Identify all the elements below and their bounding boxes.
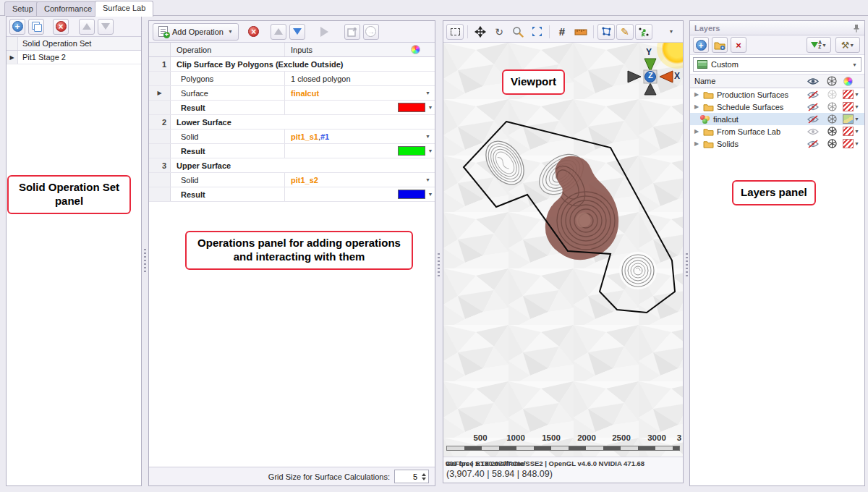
wireframe-toggle[interactable] — [822, 90, 841, 99]
zoom-extents-button[interactable] — [528, 24, 545, 40]
operation-group-row[interactable]: 1 Clip Surface By Polygons (Exclude Outs… — [149, 57, 435, 72]
orbit-tool-button[interactable]: ↻ — [490, 24, 508, 40]
delete-set-button[interactable]: × — [53, 19, 69, 35]
layer-color-swatch[interactable] — [841, 114, 854, 124]
dropdown-icon[interactable]: ▼ — [854, 104, 864, 109]
dropdown-icon[interactable]: ▼ — [428, 148, 433, 153]
layer-color-swatch[interactable] — [841, 90, 854, 99]
pin-icon[interactable] — [853, 24, 860, 33]
dropdown-icon[interactable]: ▼ — [428, 192, 433, 197]
result-row-lower[interactable]: Result ▼ — [149, 144, 435, 158]
pan-icon — [475, 26, 486, 38]
run-operations-button[interactable] — [317, 24, 333, 40]
layer-row-schedule-surfaces[interactable]: ▶ Schedule Surfaces ▼ — [690, 101, 864, 113]
layer-color-swatch[interactable] — [841, 127, 854, 136]
expander-icon[interactable]: ▶ — [693, 128, 700, 135]
grid-size-input[interactable] — [395, 472, 420, 481]
result-row-upper[interactable]: Result ▼ — [149, 187, 435, 202]
param-row-solid2[interactable]: Solid pit1_s2 ▼ — [149, 173, 435, 187]
current-row-icon: ▶ — [7, 51, 18, 64]
tab-conformance[interactable]: Conformance — [36, 1, 100, 16]
layer-row-production-surfaces[interactable]: ▶ Production Surfaces ▼ — [690, 88, 864, 101]
save-icon — [347, 27, 357, 37]
pan-tool-button[interactable] — [472, 24, 489, 40]
edit-tool-button[interactable]: ✎ — [616, 24, 634, 40]
delete-layer-button[interactable]: × — [731, 37, 746, 53]
expander-icon[interactable]: ▶ — [693, 103, 700, 110]
spin-up-icon[interactable] — [422, 473, 426, 476]
annotation-layers-panel: Layers panel — [732, 180, 816, 205]
add-icon: + — [696, 40, 707, 51]
splitter-middle[interactable] — [436, 20, 441, 491]
layer-preset-combo[interactable]: Custom ▼ — [693, 57, 861, 72]
dropdown-icon[interactable]: ▼ — [425, 90, 430, 96]
tab-surface-lab[interactable]: Surface Lab — [95, 1, 153, 17]
result-color-swatch[interactable] — [398, 190, 425, 199]
visibility-toggle[interactable] — [804, 90, 822, 99]
expander-icon[interactable]: ▶ — [693, 91, 700, 98]
zoom-tool-button[interactable] — [509, 24, 527, 40]
result-row-clip[interactable]: Result ▼ — [149, 101, 435, 115]
result-color-swatch[interactable] — [398, 146, 425, 156]
duplicate-set-button[interactable] — [28, 19, 44, 35]
grid-toggle-button[interactable]: # — [553, 24, 571, 40]
move-set-down-button[interactable] — [98, 19, 114, 35]
apply-button[interactable]: → — [363, 24, 379, 40]
draw-polygon-button[interactable] — [597, 24, 615, 40]
visibility-toggle[interactable] — [804, 115, 822, 124]
operations-table: Operation Inputs 1 Clip Surface By Polyg… — [149, 43, 435, 202]
layers-title: Layers — [694, 24, 720, 33]
color-column-icon — [841, 77, 854, 86]
dropdown-icon[interactable]: ▼ — [425, 177, 430, 182]
move-set-up-button[interactable] — [79, 19, 95, 35]
wireframe-toggle[interactable] — [822, 139, 841, 148]
layer-row-solids[interactable]: ▶ Solids ▼ — [690, 137, 864, 150]
viewport-canvas[interactable]: Y Z X 500 1000 1500 2000 2500 3000 3 — [443, 43, 683, 457]
visibility-toggle[interactable] — [804, 103, 822, 111]
splitter-right[interactable] — [684, 20, 689, 491]
dropdown-icon[interactable]: ▼ — [854, 141, 864, 146]
solid-set-row[interactable]: ▶ Pit1 Stage 2 — [7, 51, 141, 64]
scale-bar: 500 1000 1500 2000 2500 3000 3 — [446, 433, 680, 452]
add-layer-button[interactable]: + — [693, 37, 709, 53]
dropdown-icon[interactable]: ▼ — [854, 129, 864, 134]
dropdown-icon[interactable]: ▼ — [425, 134, 430, 139]
folder-plus-icon — [714, 41, 726, 50]
toolbar-overflow-button[interactable]: ▼ — [663, 24, 680, 40]
param-row-polygons[interactable]: Polygons 1 closed polygon — [149, 72, 435, 86]
layer-row-finalcut[interactable]: finalcut ▼ — [690, 113, 864, 125]
sort-layers-button[interactable]: AZ ▼ — [807, 37, 831, 53]
dropdown-icon[interactable]: ▼ — [428, 105, 433, 110]
visibility-toggle[interactable] — [804, 140, 822, 148]
save-results-button[interactable] — [344, 24, 360, 40]
dropdown-icon[interactable]: ▼ — [854, 116, 864, 122]
layer-tools-button[interactable]: ⚒ ▼ — [835, 37, 860, 53]
splitter-left[interactable] — [142, 16, 148, 486]
ruler-tool-button[interactable] — [572, 24, 590, 40]
wireframe-toggle[interactable] — [822, 114, 841, 124]
measure-tool-button[interactable] — [635, 24, 652, 40]
operation-group-row[interactable]: 2 Lower Surface — [149, 115, 435, 130]
wireframe-toggle[interactable] — [822, 102, 841, 111]
layer-color-swatch[interactable] — [841, 102, 854, 111]
select-tool-button[interactable] — [446, 24, 464, 40]
expander-icon[interactable]: ▶ — [693, 140, 700, 147]
visibility-toggle[interactable] — [804, 127, 822, 136]
delete-operation-button[interactable]: × — [246, 24, 262, 40]
dropdown-icon[interactable]: ▼ — [854, 92, 864, 97]
add-operation-button[interactable]: + Add Operation ▼ — [153, 23, 239, 41]
layer-color-swatch[interactable] — [841, 139, 854, 148]
wireframe-toggle[interactable] — [822, 127, 841, 136]
move-operation-up-button[interactable] — [271, 24, 286, 40]
result-color-swatch[interactable] — [398, 103, 425, 112]
axis-widget[interactable]: Y Z X — [624, 50, 677, 103]
param-row-surface[interactable]: ▶ Surface finalcut ▼ — [149, 86, 435, 101]
new-folder-button[interactable] — [712, 37, 728, 53]
annotation-operations-panel: Operations panel for adding operations a… — [185, 231, 413, 270]
spin-down-icon[interactable] — [422, 478, 426, 480]
add-set-button[interactable]: + — [9, 19, 25, 35]
operation-group-row[interactable]: 3 Upper Surface — [149, 158, 435, 173]
layer-row-from-surface-lab[interactable]: ▶ From Surface Lab ▼ — [690, 125, 864, 137]
move-operation-down-button[interactable] — [289, 24, 305, 40]
param-row-solid1[interactable]: Solid pit1_s1, #1 ▼ — [149, 130, 435, 144]
